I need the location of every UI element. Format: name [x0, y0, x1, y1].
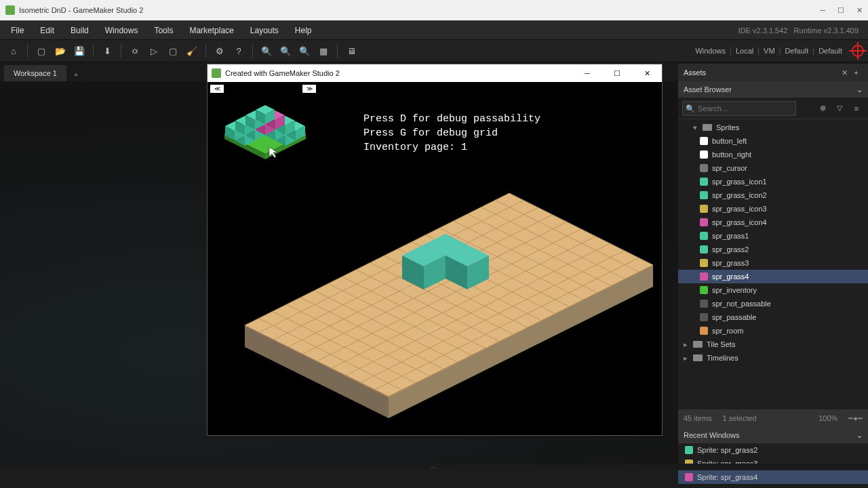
app-icon — [5, 5, 15, 15]
asset-item[interactable]: spr_grass_icon1 — [678, 175, 868, 188]
asset-item[interactable]: button_right — [678, 148, 868, 161]
open-project-icon[interactable]: 📂 — [53, 43, 68, 58]
asset-panel: Assets ✕ + Asset Browser⌄ 🔍 ⊕ ▽ ≡ ▾Sprit… — [678, 64, 868, 484]
asset-item[interactable]: spr_passable — [678, 310, 868, 324]
sprite-icon — [700, 272, 708, 281]
os-titlebar: Isometric DnD - GameMaker Studio 2 ─ ☐ ✕ — [0, 0, 868, 20]
page-prev-button[interactable]: ≪ — [210, 85, 224, 93]
tree-group[interactable]: ▸Tile Sets — [678, 338, 868, 351]
menu-build[interactable]: Build — [62, 22, 97, 39]
asset-search-input[interactable] — [682, 101, 796, 116]
sprite-icon — [700, 150, 708, 159]
add-asset-button[interactable]: ⊕ — [815, 101, 830, 116]
sprite-icon — [700, 218, 708, 226]
search-icon: 🔍 — [686, 104, 695, 113]
sprite-icon — [700, 286, 708, 294]
menu-layouts[interactable]: Layouts — [242, 22, 287, 39]
sprite-icon — [700, 259, 708, 267]
bottom-dock-handle[interactable]: ︿ — [0, 464, 868, 469]
tree-group-sprites[interactable]: ▾Sprites — [678, 121, 868, 134]
debug-icon[interactable]: ⛭ — [127, 43, 142, 58]
target-icon[interactable] — [852, 45, 864, 57]
menu-file[interactable]: File — [3, 22, 32, 39]
asset-name: spr_not_passable — [712, 300, 771, 308]
sprite-icon — [700, 178, 708, 186]
recent-windows-header[interactable]: Recent Windows⌄ — [678, 427, 868, 443]
asset-name: spr_grass2 — [712, 245, 749, 253]
new-project-icon[interactable]: ▢ — [34, 43, 49, 58]
game-minimize-button[interactable]: ─ — [572, 64, 602, 82]
zoom-in-icon[interactable]: 🔍 — [259, 43, 274, 58]
asset-name: button_right — [712, 150, 751, 159]
assets-tab-close[interactable]: ✕ — [839, 68, 850, 77]
save-icon[interactable]: 💾 — [72, 43, 87, 58]
game-window-title: Created with GameMaker Studio 2 — [225, 69, 340, 77]
filter-button[interactable]: ▽ — [832, 101, 847, 116]
clean-icon[interactable]: 🧹 — [184, 43, 199, 58]
game-maximize-button[interactable]: ☐ — [602, 64, 632, 82]
asset-item[interactable]: spr_grass2 — [678, 243, 868, 256]
zoom-level[interactable]: 100% — [818, 414, 837, 422]
asset-browser-header[interactable]: Asset Browser⌄ — [678, 81, 868, 98]
zoom-slider[interactable]: ━●━ — [848, 414, 863, 423]
tree-group[interactable]: ▸Timelines — [678, 351, 868, 365]
asset-item[interactable]: spr_grass1 — [678, 229, 868, 243]
game-options-icon[interactable]: ⚙ — [212, 43, 227, 58]
menu-windows[interactable]: Windows — [97, 22, 146, 39]
menu-help[interactable]: Help — [287, 22, 320, 39]
asset-name: button_left — [712, 137, 747, 145]
stop-icon[interactable]: ▢ — [165, 43, 180, 58]
asset-item[interactable]: spr_grass3 — [678, 256, 868, 270]
asset-item[interactable]: spr_cursor — [678, 161, 868, 175]
asset-item[interactable]: spr_inventory — [678, 283, 868, 297]
minimize-button[interactable]: ─ — [820, 6, 825, 15]
game-viewport[interactable]: ≪ ≫ — [208, 82, 662, 435]
help-icon[interactable]: ? — [231, 43, 246, 58]
sprite-icon — [700, 313, 708, 321]
target-selector[interactable]: Windows| Local| VM| Default| Default — [691, 45, 864, 57]
asset-item[interactable]: spr_room — [678, 324, 868, 338]
recent-item[interactable]: Sprite: spr_grass4 — [678, 470, 868, 484]
main-toolbar: ⌂ ▢ 📂 💾 ⬇ ⛭ ▷ ▢ 🧹 ⚙ ? 🔍 🔍 🔍 ▦ 🖥 Windows|… — [0, 39, 868, 62]
laptop-mode-icon[interactable]: 🖥 — [344, 43, 359, 58]
docking-icon[interactable]: ▦ — [316, 43, 331, 58]
debug-hint-text: Press D for debug passability Press G fo… — [363, 112, 540, 155]
asset-name: spr_grass_icon2 — [712, 191, 767, 199]
menu-bar: File Edit Build Windows Tools Marketplac… — [0, 20, 868, 39]
menu-marketplace[interactable]: Marketplace — [181, 22, 241, 39]
asset-tree[interactable]: ▾Sprites button_leftbutton_rightspr_curs… — [678, 119, 868, 409]
asset-item[interactable]: spr_grass_icon2 — [678, 188, 868, 202]
zoom-out-icon[interactable]: 🔍 — [297, 43, 312, 58]
asset-item[interactable]: spr_grass_icon3 — [678, 202, 868, 216]
create-exe-icon[interactable]: ⬇ — [100, 43, 115, 58]
asset-item[interactable]: spr_grass_icon4 — [678, 216, 868, 229]
sprite-icon — [700, 327, 708, 335]
recent-item[interactable]: Sprite: spr_grass2 — [678, 443, 868, 457]
game-window-titlebar[interactable]: Created with GameMaker Studio 2 ─ ☐ ✕ — [208, 64, 662, 82]
zoom-reset-icon[interactable]: 🔍 — [278, 43, 293, 58]
maximize-button[interactable]: ☐ — [837, 6, 844, 15]
close-button[interactable]: ✕ — [856, 6, 863, 15]
assets-tab[interactable]: Assets — [684, 68, 706, 77]
asset-name: spr_inventory — [712, 286, 757, 294]
assets-tab-add[interactable]: + — [850, 68, 863, 77]
asset-item[interactable]: button_left — [678, 134, 868, 148]
menu-button[interactable]: ≡ — [849, 101, 864, 116]
sprite-icon — [685, 473, 693, 481]
asset-item[interactable]: spr_not_passable — [678, 297, 868, 310]
asset-name: spr_passable — [712, 313, 756, 321]
workspace-area[interactable]: Created with GameMaker Studio 2 ─ ☐ ✕ ≪ … — [0, 81, 868, 469]
runtime-version: Runtime v2.3.1.409 — [794, 26, 859, 35]
game-close-button[interactable]: ✕ — [632, 64, 662, 82]
asset-name: spr_grass_icon3 — [712, 205, 767, 213]
page-next-button[interactable]: ≫ — [302, 85, 316, 93]
workspace-tab[interactable]: Workspace 1 — [4, 65, 66, 81]
menu-tools[interactable]: Tools — [146, 22, 181, 39]
asset-item[interactable]: spr_grass4 — [678, 270, 868, 283]
ide-version: IDE v2.3.1.542 — [738, 26, 788, 35]
play-icon[interactable]: ▷ — [146, 43, 161, 58]
isometric-floor — [224, 193, 653, 432]
home-icon[interactable]: ⌂ — [6, 43, 21, 58]
add-tab-button[interactable]: + — [68, 68, 83, 81]
menu-edit[interactable]: Edit — [32, 22, 62, 39]
